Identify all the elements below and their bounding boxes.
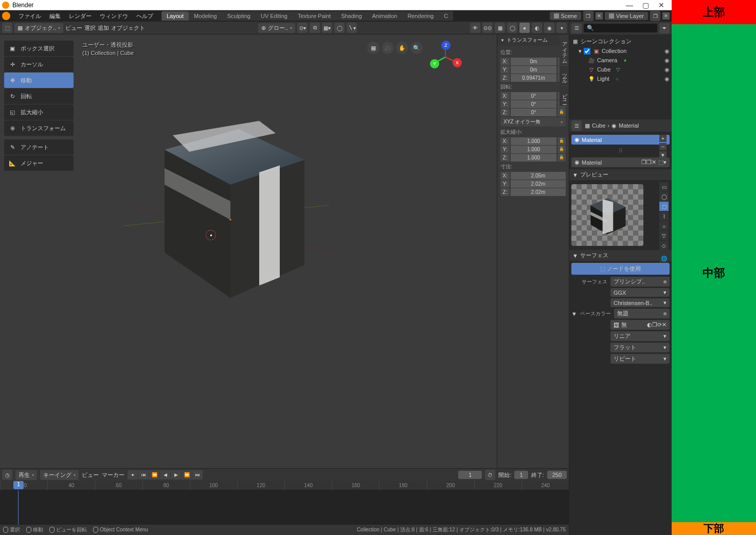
nav-zoom-button[interactable]: 🔍 <box>410 42 423 54</box>
add-slot-button[interactable]: + <box>659 135 667 142</box>
scl-x-field[interactable]: 1.000 <box>511 137 556 145</box>
visibility-icon[interactable]: ◉ <box>664 57 670 64</box>
material-slot[interactable]: ◉ Material <box>571 135 670 145</box>
cb-field[interactable]: Christensen-B..▾ <box>610 298 670 307</box>
transform-panel-header[interactable]: ▼ トランスフォーム ⠿ <box>497 34 569 46</box>
shading-solid-button[interactable]: ● <box>519 23 530 33</box>
tool-box-select[interactable]: ▣ボックス選択 <box>4 41 74 56</box>
shading-matprev-button[interactable]: ◐ <box>532 23 542 33</box>
tree-scene-collection[interactable]: ▦ シーンコレクション <box>571 37 670 46</box>
overlays-button[interactable]: ⊙⊙ <box>482 23 493 33</box>
filter-icon[interactable]: ⏷ <box>659 23 670 33</box>
view-layer-selector[interactable]: View Layer <box>605 12 648 20</box>
rot-z-field[interactable]: 0° <box>511 109 556 116</box>
scene-delete-button[interactable]: ✕ <box>596 12 603 20</box>
use-nodes-button[interactable]: ⬚ ノードを使用 <box>571 263 670 275</box>
dim-x-field[interactable]: 2.05m <box>511 172 566 180</box>
layer-copy-button[interactable]: ❐ <box>650 11 660 21</box>
lock-icon[interactable]: 🔓 <box>557 109 566 116</box>
drag-handle-icon[interactable]: ⠿ <box>571 148 670 154</box>
nav-hand-button[interactable]: ✋ <box>396 42 408 54</box>
dim-z-field[interactable]: 2.02m <box>511 188 566 196</box>
cube-object[interactable] <box>123 96 329 302</box>
add-menu[interactable]: 追加 <box>98 24 109 32</box>
prev-key-button[interactable]: ⏪ <box>149 470 159 479</box>
tree-light[interactable]: 💡 Light ○ ◉ <box>571 74 670 83</box>
timeline-editor-icon[interactable]: ◷ <box>2 470 12 480</box>
loc-x-field[interactable]: 0m <box>511 58 556 65</box>
tool-scale[interactable]: ◱拡大縮小 <box>4 104 74 120</box>
preview-shaderball-button[interactable]: ☼ <box>659 221 669 230</box>
current-frame-field[interactable]: 1 <box>458 471 482 479</box>
play-reverse-button[interactable]: ◀ <box>160 470 170 479</box>
play-button[interactable]: ▶ <box>171 470 181 479</box>
tab-rendering[interactable]: Rendering <box>402 11 439 21</box>
preview-section-header[interactable]: ▼ プレビュー <box>569 169 672 180</box>
end-frame-field[interactable]: 250 <box>547 471 567 479</box>
tool-move[interactable]: ✥移動 <box>4 73 74 88</box>
maximize-button[interactable]: ▢ <box>642 1 649 9</box>
ggx-field[interactable]: GGX▾ <box>610 288 670 297</box>
loc-y-field[interactable]: 0m <box>511 66 556 74</box>
flat-field[interactable]: フラット▾ <box>610 343 670 352</box>
close-button[interactable]: ✕ <box>658 1 664 9</box>
axis-y[interactable]: Y <box>430 59 439 68</box>
collection-checkbox[interactable] <box>584 48 590 55</box>
playback-menu[interactable]: 再生▾ <box>15 470 37 480</box>
preview-cube-button[interactable]: ▢ <box>659 202 669 211</box>
nav-camera-view-button[interactable]: 🎥 <box>382 42 394 54</box>
axis-x[interactable]: X <box>453 58 462 67</box>
tool-cursor[interactable]: ✛カーソル <box>4 57 74 72</box>
3d-viewport[interactable]: ユーザー・透視投影 (1) Collection | Cube ▣ボックス選択 … <box>0 34 497 468</box>
snap-type-button[interactable]: ▦▾ <box>322 23 332 33</box>
tab-sculpting[interactable]: Sculpting <box>222 11 256 21</box>
jump-end-button[interactable]: ⏭ <box>192 470 203 479</box>
npanel-tab-item[interactable]: アイテム <box>560 34 569 65</box>
tree-cube[interactable]: ▽ Cube ▽ ◉ <box>571 65 670 74</box>
mode-selector[interactable]: ▦ オブジェク.. ▾ <box>14 23 63 33</box>
view-menu[interactable]: ビュー <box>65 24 82 32</box>
menu-edit[interactable]: 編集 <box>45 12 65 20</box>
axis-gizmo[interactable]: X Y Z <box>430 42 461 73</box>
axis-z[interactable]: Z <box>441 41 451 50</box>
surface-section-header[interactable]: ▼ サーフェス <box>569 250 672 261</box>
remove-slot-button[interactable]: − <box>659 143 667 150</box>
shading-wireframe-button[interactable]: ◯ <box>507 23 517 33</box>
tool-transform[interactable]: ⊕トランスフォーム <box>4 120 74 136</box>
timeline-ruler[interactable]: 1 20 40 60 80 100 120 140 160 180 200 22… <box>0 481 569 490</box>
scl-z-field[interactable]: 1.000 <box>511 154 556 162</box>
collapse-icon[interactable]: ▼ <box>571 311 577 317</box>
npanel-tab-tool[interactable]: ツール <box>560 66 569 85</box>
surface-shader-field[interactable]: プリンシプ.. <box>610 277 670 287</box>
start-frame-field[interactable]: 1 <box>514 471 528 479</box>
proportional-button[interactable]: ◯ <box>334 23 345 33</box>
linear-field[interactable]: リニア▾ <box>610 331 670 341</box>
material-name-field[interactable]: ◉ Material ❐❐✕ ⬚▾ <box>571 157 670 167</box>
visibility-icon[interactable]: ◉ <box>664 66 670 73</box>
tab-animation[interactable]: Animation <box>367 11 403 21</box>
image-buttons[interactable]: ◐❐⟳✕ <box>647 322 667 328</box>
preview-world-button[interactable]: 🌐 <box>659 254 669 263</box>
visibility-icon[interactable]: ◉ <box>664 48 670 55</box>
tab-layout[interactable]: Layout <box>161 11 189 21</box>
rot-y-field[interactable]: 0° <box>511 100 556 108</box>
lock-icon[interactable]: 🔓 <box>557 137 566 145</box>
blender-icon[interactable] <box>2 12 10 20</box>
tab-more[interactable]: C <box>439 11 453 21</box>
proportional-type-button[interactable]: 〵▾ <box>347 23 357 33</box>
slot-menu-button[interactable]: ▾ <box>659 151 667 158</box>
preview-hair-button[interactable]: ⌇ <box>659 211 669 221</box>
outliner-editor-icon[interactable]: ☰ <box>571 23 582 33</box>
preview-cloth-button[interactable]: ▽ <box>659 231 669 240</box>
rot-x-field[interactable]: 0° <box>511 92 556 100</box>
autokey-button[interactable]: ● <box>128 470 138 479</box>
menu-help[interactable]: ヘルプ <box>132 12 157 20</box>
visibility-icon[interactable]: ◉ <box>664 76 670 82</box>
npanel-tab-view[interactable]: ビュー <box>560 86 569 106</box>
nav-camera-button[interactable]: ▦ <box>367 42 380 54</box>
scl-y-field[interactable]: 1.000 <box>511 146 556 153</box>
xray-button[interactable]: ▦ <box>495 23 505 33</box>
tool-annotate[interactable]: ✎アノテート <box>4 139 74 155</box>
tree-collection[interactable]: ▾ ▣ Collection ◉ <box>571 46 670 56</box>
tab-modeling[interactable]: Modeling <box>189 11 222 21</box>
